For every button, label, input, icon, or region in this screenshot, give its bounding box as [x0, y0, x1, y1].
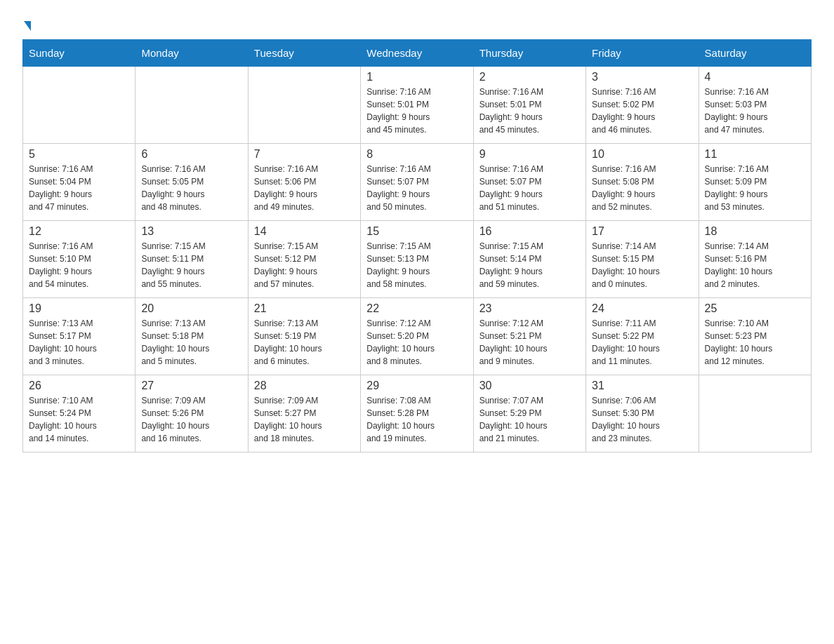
day-number: 19 [29, 302, 129, 315]
day-number: 30 [479, 380, 580, 392]
calendar-day-cell [248, 67, 360, 144]
day-number: 6 [141, 148, 241, 161]
calendar-day-cell: 4Sunrise: 7:16 AMSunset: 5:03 PMDaylight… [699, 67, 811, 144]
calendar-day-cell: 17Sunrise: 7:14 AMSunset: 5:15 PMDayligh… [586, 221, 699, 298]
calendar-day-cell: 12Sunrise: 7:16 AMSunset: 5:10 PMDayligh… [23, 221, 135, 298]
day-number: 16 [479, 225, 580, 238]
day-number: 3 [592, 71, 692, 83]
day-number: 17 [592, 225, 692, 238]
calendar-week-row: 12Sunrise: 7:16 AMSunset: 5:10 PMDayligh… [23, 221, 812, 298]
day-info: Sunrise: 7:12 AMSunset: 5:20 PMDaylight:… [366, 317, 467, 368]
day-number: 25 [705, 302, 805, 315]
day-number: 23 [479, 302, 580, 315]
calendar-day-cell: 22Sunrise: 7:12 AMSunset: 5:20 PMDayligh… [361, 298, 473, 375]
day-number: 28 [254, 380, 355, 392]
day-info: Sunrise: 7:16 AMSunset: 5:02 PMDaylight:… [592, 86, 692, 136]
calendar-day-cell: 9Sunrise: 7:16 AMSunset: 5:07 PMDaylight… [473, 144, 585, 221]
logo [22, 17, 31, 31]
calendar-header-row: SundayMondayTuesdayWednesdayThursdayFrid… [23, 40, 812, 67]
calendar-day-cell: 2Sunrise: 7:16 AMSunset: 5:01 PMDaylight… [473, 67, 585, 144]
day-info: Sunrise: 7:16 AMSunset: 5:07 PMDaylight:… [479, 163, 580, 213]
calendar-week-row: 5Sunrise: 7:16 AMSunset: 5:04 PMDaylight… [23, 144, 812, 221]
day-info: Sunrise: 7:15 AMSunset: 5:14 PMDaylight:… [479, 240, 580, 290]
day-info: Sunrise: 7:11 AMSunset: 5:22 PMDaylight:… [592, 317, 692, 368]
calendar-day-cell: 28Sunrise: 7:09 AMSunset: 5:27 PMDayligh… [248, 375, 360, 452]
day-number: 8 [366, 148, 467, 161]
day-number: 22 [366, 302, 467, 315]
day-info: Sunrise: 7:14 AMSunset: 5:16 PMDaylight:… [705, 240, 805, 290]
day-number: 4 [705, 71, 805, 83]
day-info: Sunrise: 7:08 AMSunset: 5:28 PMDaylight:… [366, 394, 467, 445]
day-info: Sunrise: 7:16 AMSunset: 5:03 PMDaylight:… [705, 86, 805, 136]
day-info: Sunrise: 7:10 AMSunset: 5:23 PMDaylight:… [705, 317, 805, 368]
day-info: Sunrise: 7:13 AMSunset: 5:18 PMDaylight:… [141, 317, 241, 368]
day-number: 31 [592, 380, 692, 392]
day-number: 21 [254, 302, 355, 315]
day-info: Sunrise: 7:07 AMSunset: 5:29 PMDaylight:… [479, 394, 580, 445]
calendar-day-cell: 24Sunrise: 7:11 AMSunset: 5:22 PMDayligh… [586, 298, 699, 375]
day-info: Sunrise: 7:15 AMSunset: 5:11 PMDaylight:… [141, 240, 241, 290]
calendar-body: 1Sunrise: 7:16 AMSunset: 5:01 PMDaylight… [23, 67, 812, 452]
calendar-day-header: Friday [586, 40, 699, 67]
day-number: 15 [366, 225, 467, 238]
day-info: Sunrise: 7:16 AMSunset: 5:01 PMDaylight:… [366, 86, 467, 136]
calendar-day-cell: 15Sunrise: 7:15 AMSunset: 5:13 PMDayligh… [361, 221, 473, 298]
calendar-day-cell: 6Sunrise: 7:16 AMSunset: 5:05 PMDaylight… [135, 144, 248, 221]
day-number: 29 [366, 380, 467, 392]
day-number: 18 [705, 225, 805, 238]
calendar-day-cell: 10Sunrise: 7:16 AMSunset: 5:08 PMDayligh… [586, 144, 699, 221]
calendar-day-cell: 21Sunrise: 7:13 AMSunset: 5:19 PMDayligh… [248, 298, 360, 375]
day-number: 13 [141, 225, 241, 238]
calendar-day-cell: 18Sunrise: 7:14 AMSunset: 5:16 PMDayligh… [699, 221, 811, 298]
calendar-week-row: 1Sunrise: 7:16 AMSunset: 5:01 PMDaylight… [23, 67, 812, 144]
day-info: Sunrise: 7:12 AMSunset: 5:21 PMDaylight:… [479, 317, 580, 368]
day-number: 12 [29, 225, 129, 238]
calendar-day-cell: 14Sunrise: 7:15 AMSunset: 5:12 PMDayligh… [248, 221, 360, 298]
calendar-day-cell: 16Sunrise: 7:15 AMSunset: 5:14 PMDayligh… [473, 221, 585, 298]
day-number: 9 [479, 148, 580, 161]
day-info: Sunrise: 7:06 AMSunset: 5:30 PMDaylight:… [592, 394, 692, 445]
calendar-week-row: 19Sunrise: 7:13 AMSunset: 5:17 PMDayligh… [23, 298, 812, 375]
calendar-day-cell: 27Sunrise: 7:09 AMSunset: 5:26 PMDayligh… [135, 375, 248, 452]
calendar-day-header: Wednesday [361, 40, 473, 67]
day-number: 27 [141, 380, 241, 392]
day-info: Sunrise: 7:09 AMSunset: 5:26 PMDaylight:… [141, 394, 241, 445]
day-number: 20 [141, 302, 241, 315]
calendar-day-header: Thursday [473, 40, 585, 67]
calendar-day-cell: 30Sunrise: 7:07 AMSunset: 5:29 PMDayligh… [473, 375, 585, 452]
day-number: 7 [254, 148, 355, 161]
calendar-day-cell: 25Sunrise: 7:10 AMSunset: 5:23 PMDayligh… [699, 298, 811, 375]
day-info: Sunrise: 7:16 AMSunset: 5:04 PMDaylight:… [29, 163, 129, 213]
calendar-day-cell: 29Sunrise: 7:08 AMSunset: 5:28 PMDayligh… [361, 375, 473, 452]
calendar-day-cell: 13Sunrise: 7:15 AMSunset: 5:11 PMDayligh… [135, 221, 248, 298]
day-number: 26 [29, 380, 129, 392]
page-header [22, 17, 812, 31]
calendar-day-cell: 20Sunrise: 7:13 AMSunset: 5:18 PMDayligh… [135, 298, 248, 375]
calendar-day-header: Saturday [699, 40, 811, 67]
calendar-day-cell [135, 67, 248, 144]
calendar-table: SundayMondayTuesdayWednesdayThursdayFrid… [22, 39, 812, 452]
calendar-day-header: Tuesday [248, 40, 360, 67]
calendar-day-cell: 11Sunrise: 7:16 AMSunset: 5:09 PMDayligh… [699, 144, 811, 221]
logo-arrow-icon [24, 21, 31, 31]
day-info: Sunrise: 7:15 AMSunset: 5:13 PMDaylight:… [366, 240, 467, 290]
day-info: Sunrise: 7:16 AMSunset: 5:01 PMDaylight:… [479, 86, 580, 136]
calendar-day-cell: 26Sunrise: 7:10 AMSunset: 5:24 PMDayligh… [23, 375, 135, 452]
calendar-day-cell: 31Sunrise: 7:06 AMSunset: 5:30 PMDayligh… [586, 375, 699, 452]
day-info: Sunrise: 7:13 AMSunset: 5:19 PMDaylight:… [254, 317, 355, 368]
day-info: Sunrise: 7:16 AMSunset: 5:10 PMDaylight:… [29, 240, 129, 290]
day-info: Sunrise: 7:09 AMSunset: 5:27 PMDaylight:… [254, 394, 355, 445]
day-number: 1 [366, 71, 467, 83]
calendar-week-row: 26Sunrise: 7:10 AMSunset: 5:24 PMDayligh… [23, 375, 812, 452]
calendar-day-cell: 23Sunrise: 7:12 AMSunset: 5:21 PMDayligh… [473, 298, 585, 375]
day-info: Sunrise: 7:14 AMSunset: 5:15 PMDaylight:… [592, 240, 692, 290]
calendar-day-header: Monday [135, 40, 248, 67]
day-number: 24 [592, 302, 692, 315]
calendar-day-cell: 7Sunrise: 7:16 AMSunset: 5:06 PMDaylight… [248, 144, 360, 221]
day-number: 11 [705, 148, 805, 161]
day-info: Sunrise: 7:10 AMSunset: 5:24 PMDaylight:… [29, 394, 129, 445]
day-number: 14 [254, 225, 355, 238]
calendar-day-cell [699, 375, 811, 452]
day-number: 5 [29, 148, 129, 161]
day-number: 2 [479, 71, 580, 83]
